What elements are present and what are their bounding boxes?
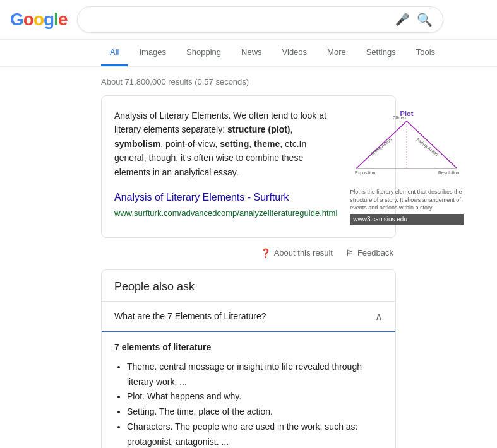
search-input[interactable]: elements of literary analysis	[88, 14, 389, 25]
feedback-button[interactable]: 🏳 Feedback	[345, 248, 393, 258]
snippet-bold-symbolism: symbolism	[114, 139, 160, 149]
nav-settings: Settings Tools	[357, 40, 444, 66]
microphone-icon[interactable]: 🎤	[395, 13, 409, 27]
snippet-mid: , point-of-view,	[160, 139, 220, 149]
plot-label-climax: Climax	[393, 115, 407, 120]
plot-diagram-svg: Plot Exposition Climax Resolution Rising…	[350, 109, 464, 184]
header: Google elements of literary analysis 🎤 🔍	[0, 0, 497, 40]
about-text: About this result	[274, 248, 333, 257]
nav-tabs: All Images Shopping News Videos More Set…	[0, 40, 497, 67]
snippet-link-container: Analysis of Literary Elements - Surfturk…	[114, 189, 337, 220]
plot-label-rising: Rising Action	[370, 137, 393, 156]
question-icon: ❓	[260, 248, 271, 258]
search-bar: elements of literary analysis 🎤 🔍	[77, 6, 443, 33]
results-count: About 71,800,000 results (0.57 seconds)	[101, 73, 396, 86]
featured-snippet: Analysis of Literary Elements. We often …	[101, 95, 396, 238]
snippet-bold-setting: setting	[220, 139, 249, 149]
tab-shopping[interactable]: Shopping	[177, 40, 230, 66]
snippet-content: Analysis of Literary Elements. We often …	[114, 109, 383, 225]
snippet-comma1: ,	[290, 124, 293, 134]
tab-all[interactable]: All	[101, 40, 128, 66]
paa-question-0[interactable]: What are the 7 Elements of Literature? ∧	[102, 301, 395, 332]
logo-letter-l: l	[54, 9, 58, 29]
logo-letter-o1: o	[23, 9, 33, 29]
snippet-text-prefix: Analysis of Literary Elements. We often …	[114, 110, 326, 134]
snippet-bold-theme: theme	[254, 139, 280, 149]
google-logo: Google	[10, 9, 67, 30]
image-source: www3.canisius.edu	[350, 214, 464, 225]
settings-link[interactable]: Settings	[357, 40, 405, 66]
tab-news[interactable]: News	[232, 40, 271, 66]
paa-answer-title-0: 7 elements of literature	[114, 342, 383, 352]
snippet-body: Analysis of Literary Elements. We often …	[114, 109, 337, 225]
paa-answer-list: Theme. central message or insight into l…	[114, 360, 383, 448]
list-item: Plot. What happens and why.	[127, 389, 383, 404]
search-icons: 🎤 🔍	[395, 12, 433, 27]
snippet-url: www.surfturk.com/advancedcomp/analyzelit…	[114, 207, 337, 220]
paa-title: People also ask	[102, 270, 395, 301]
logo-letter-g: G	[10, 9, 23, 29]
plot-label-exposition: Exposition	[355, 170, 375, 175]
tab-more[interactable]: More	[318, 40, 355, 66]
tools-link[interactable]: Tools	[407, 40, 444, 66]
results-area: About 71,800,000 results (0.57 seconds) …	[0, 67, 497, 448]
search-button[interactable]: 🔍	[417, 12, 433, 27]
snippet-link[interactable]: Analysis of Literary Elements - Surfturk	[114, 192, 289, 203]
list-item: Setting. The time, place of the action.	[127, 404, 383, 420]
about-this-result[interactable]: ❓ About this result	[260, 248, 333, 258]
paa-question-text-0: What are the 7 Elements of Literature?	[114, 311, 266, 321]
tab-videos[interactable]: Videos	[273, 40, 316, 66]
snippet-image-container: Plot Exposition Climax Resolution Rising…	[350, 109, 464, 225]
feedback-text: Feedback	[357, 248, 393, 257]
plot-caption: Plot is the literary element that descri…	[350, 188, 464, 212]
snippet-comma2: ,	[249, 139, 254, 149]
paa-answer-0: 7 elements of literature Theme. central …	[102, 332, 395, 448]
logo-letter-g2: g	[44, 9, 54, 29]
tab-images[interactable]: Images	[130, 40, 175, 66]
snippet-bold-structure: structure	[227, 124, 266, 134]
people-also-ask-box: People also ask What are the 7 Elements …	[101, 269, 396, 448]
list-item: Characters. The people who are used in t…	[127, 420, 383, 448]
chevron-up-icon: ∧	[375, 310, 383, 322]
snippet-paren-plot: (plot)	[268, 124, 290, 134]
plot-label-resolution: Resolution	[438, 170, 459, 175]
result-meta: ❓ About this result 🏳 Feedback	[101, 243, 396, 263]
logo-letter-o2: o	[33, 9, 44, 29]
flag-icon: 🏳	[345, 248, 354, 258]
list-item: Theme. central message or insight into l…	[127, 360, 383, 390]
logo-letter-e: e	[58, 9, 68, 29]
